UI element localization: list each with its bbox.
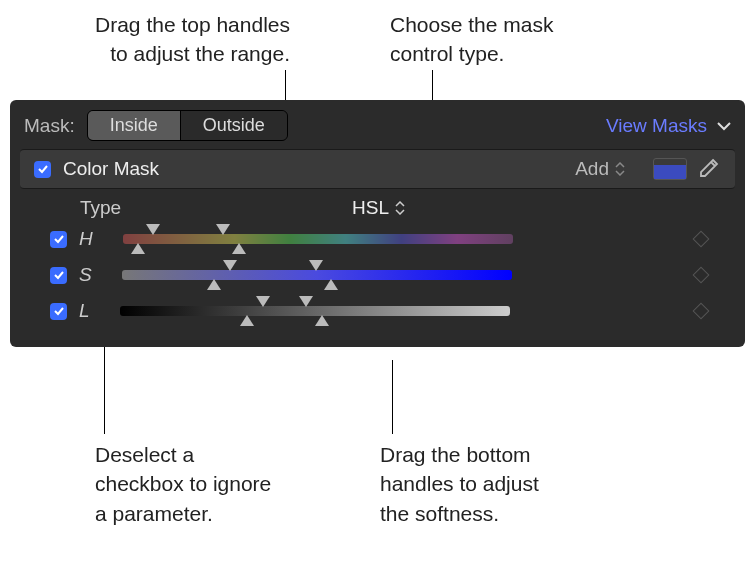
type-row: Type HSL	[10, 189, 745, 221]
h-keyframe-diamond[interactable]	[693, 231, 710, 248]
l-top-handle-2[interactable]	[299, 296, 313, 307]
param-row-h: H	[10, 221, 745, 257]
view-masks-label: View Masks	[606, 115, 707, 137]
color-mask-title: Color Mask	[63, 158, 159, 180]
panel-header: Mask: Inside Outside View Masks	[10, 100, 745, 149]
color-well[interactable]	[653, 158, 687, 180]
color-mask-checkbox[interactable]	[34, 161, 51, 178]
h-top-handle-2[interactable]	[216, 224, 230, 235]
param-row-l: L	[10, 293, 745, 329]
h-label: H	[79, 228, 93, 250]
eyedropper-icon[interactable]	[695, 156, 721, 182]
chevron-down-icon	[717, 121, 731, 131]
callout-checkbox: Deselect acheckbox to ignorea parameter.	[95, 440, 315, 528]
s-bot-handle-1[interactable]	[207, 279, 221, 290]
callout-mask-type: Choose the maskcontrol type.	[390, 10, 610, 69]
mask-outside-button[interactable]: Outside	[181, 111, 287, 140]
h-top-handle-1[interactable]	[146, 224, 160, 235]
s-top-handle-1[interactable]	[223, 260, 237, 271]
s-label: S	[79, 264, 92, 286]
l-bot-handle-1[interactable]	[240, 315, 254, 326]
callout-bottom-handles: Drag the bottomhandles to adjustthe soft…	[380, 440, 600, 528]
h-checkbox[interactable]	[50, 231, 67, 248]
type-label: Type	[80, 197, 121, 219]
view-masks-dropdown[interactable]: View Masks	[606, 115, 731, 137]
l-checkbox[interactable]	[50, 303, 67, 320]
s-top-handle-2[interactable]	[309, 260, 323, 271]
mask-type-value: HSL	[352, 197, 389, 219]
s-bot-handle-2[interactable]	[324, 279, 338, 290]
add-label: Add	[575, 158, 609, 180]
mask-type-dropdown[interactable]: HSL	[352, 197, 405, 219]
h-slider[interactable]	[123, 234, 513, 244]
h-bot-handle-1[interactable]	[131, 243, 145, 254]
h-bot-handle-2[interactable]	[232, 243, 246, 254]
l-bot-handle-2[interactable]	[315, 315, 329, 326]
mask-label: Mask:	[24, 115, 75, 137]
s-checkbox[interactable]	[50, 267, 67, 284]
leader-line	[392, 360, 393, 434]
param-row-s: S	[10, 257, 745, 293]
color-swatch	[654, 165, 686, 179]
l-keyframe-diamond[interactable]	[693, 303, 710, 320]
l-label: L	[79, 300, 90, 322]
callout-top-handles: Drag the top handlesto adjust the range.	[70, 10, 290, 69]
mask-mode-segmented: Inside Outside	[87, 110, 288, 141]
mask-inside-button[interactable]: Inside	[88, 111, 181, 140]
color-mask-panel: Mask: Inside Outside View Masks Color Ma…	[10, 100, 745, 347]
s-slider[interactable]	[122, 270, 512, 280]
s-keyframe-diamond[interactable]	[693, 267, 710, 284]
add-mask-dropdown[interactable]: Add	[575, 158, 625, 180]
l-slider[interactable]	[120, 306, 510, 316]
l-top-handle-1[interactable]	[256, 296, 270, 307]
leader-line	[104, 346, 105, 434]
color-mask-section-header: Color Mask Add	[20, 149, 735, 189]
